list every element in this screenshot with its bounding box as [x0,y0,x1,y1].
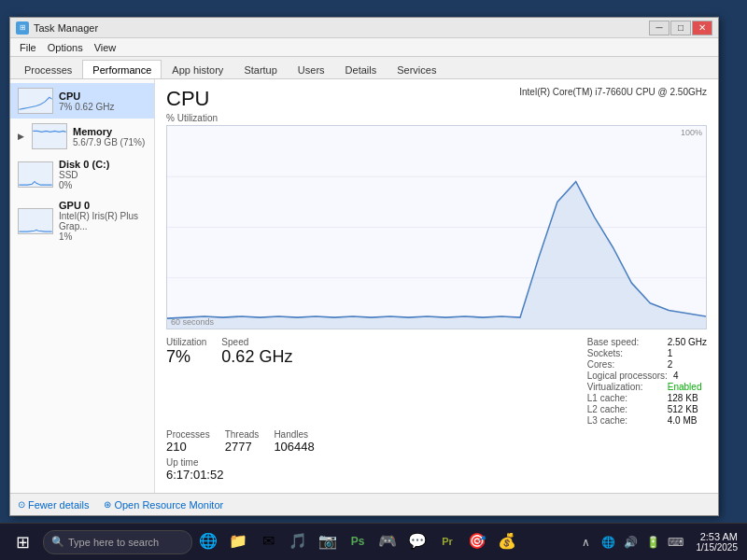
taskbar-up-arrow-icon[interactable]: ∧ [577,533,596,552]
task-manager-window: ⊞ Task Manager ─ □ ✕ File Options View P… [9,17,719,516]
virt-value: Enabled [668,382,702,392]
taskbar-app-5[interactable]: 📷 [314,525,342,559]
processes-value: 210 [166,440,210,454]
threads-stat: Threads 2777 [225,429,260,454]
memory-info: Memory 5.6/7.9 GB (71%) [73,126,145,147]
tab-processes[interactable]: Processes [14,60,82,78]
content-header: CPU Intel(R) Core(TM) i7-7660U CPU @ 2.5… [166,87,707,111]
clock[interactable]: 2:53 AM 1/15/2025 [691,531,744,553]
taskbar-network-icon[interactable]: 🌐 [599,533,618,552]
taskbar-keyboard-icon[interactable]: ⌨ [667,533,685,552]
main-content: CPU 7% 0.62 GHz ▶ Memory 5.6/7.9 GB (71%… [10,79,718,493]
stats-row-3: Up time 6:17:01:52 [166,457,707,482]
fewer-details-icon: ⊙ [18,499,25,510]
close-button[interactable]: ✕ [692,21,712,35]
menu-options[interactable]: Options [42,38,89,56]
taskbar-app-7[interactable]: 🎮 [374,525,402,559]
uptime-stat: Up time 6:17:01:52 [166,457,223,482]
bottom-bar: ⊙ Fewer details ⊛ Open Resource Monitor [10,493,718,515]
sidebar-item-memory[interactable]: ▶ Memory 5.6/7.9 GB (71%) [10,119,154,154]
clock-date: 1/15/2025 [697,542,739,553]
cpu-chart-svg [167,126,706,329]
taskbar-app-10[interactable]: 🎯 [463,525,491,559]
gpu-info: GPU 0 Intel(R) Iris(R) Plus Grap... 1% [59,200,147,242]
util-stat-label: Utilization [166,337,206,347]
threads-value: 2777 [225,440,260,454]
disk-info: Disk 0 (C:) SSD 0% [59,159,109,190]
taskbar-app-3[interactable]: ✉ [254,525,282,559]
fewer-details-link[interactable]: ⊙ Fewer details [18,499,89,511]
virt-row: Virtualization: Enabled [587,382,707,392]
taskbar-app-11[interactable]: 💰 [493,525,521,559]
taskbar-app-9[interactable]: Pr [433,525,461,559]
stats-area: Utilization 7% Speed 0.62 GHz Base speed… [166,337,707,485]
l2-row: L2 cache: 512 KB [587,404,707,414]
l1-row: L1 cache: 128 KB [587,393,707,403]
menu-file[interactable]: File [14,38,42,56]
chart-x-label: 60 seconds [171,317,214,327]
minimize-button[interactable]: ─ [649,21,669,35]
cpu-subtitle: 7% 0.62 GHz [59,102,114,112]
cpu-info: CPU 7% 0.62 GHz [59,91,114,112]
base-speed-row: Base speed: 2.50 GHz [587,337,707,347]
cpu-title: CPU [59,91,114,102]
search-bar[interactable]: 🔍 Type here to search [43,530,192,554]
cores-label: Cores: [587,359,662,370]
detail-group-1: Base speed: 2.50 GHz Sockets: 1 Cores: 2 [587,337,707,426]
l2-value: 512 KB [668,404,698,414]
sockets-value: 1 [668,348,673,358]
fewer-details-label: Fewer details [28,499,89,511]
gpu-subtitle: Intel(R) Iris(R) Plus Grap... [59,211,147,231]
taskbar-battery-icon[interactable]: 🔋 [644,533,663,552]
search-icon: 🔍 [51,536,64,548]
start-button[interactable]: ⊞ [4,525,41,559]
uptime-value: 6:17:01:52 [166,468,223,482]
taskbar-app-6[interactable]: Ps [344,525,372,559]
taskbar-system-icons: ∧ 🌐 🔊 🔋 ⌨ [577,533,689,552]
menu-bar: File Options View [10,38,718,57]
l3-row: L3 cache: 4.0 MB [587,415,707,426]
l1-value: 128 KB [668,393,698,403]
taskbar-app-2[interactable]: 📁 [224,525,252,559]
base-speed-value: 2.50 GHz [668,337,707,347]
speed-stat-label: Speed [221,337,292,347]
desktop: ⊞ Task Manager ─ □ ✕ File Options View P… [0,0,747,560]
memory-title: Memory [73,126,145,137]
title-bar-icon: ⊞ [16,21,29,35]
cpu-content-panel: CPU Intel(R) Core(TM) i7-7660U CPU @ 2.5… [155,79,718,493]
tab-users[interactable]: Users [288,60,335,78]
gpu-title: GPU 0 [59,200,147,211]
taskbar-app-8[interactable]: 💬 [403,525,431,559]
processes-stat: Processes 210 [166,429,210,454]
tab-details[interactable]: Details [335,60,388,78]
tab-app-history[interactable]: App history [162,60,233,78]
maximize-button[interactable]: □ [670,21,691,35]
utilization-stat: Utilization 7% [166,337,206,426]
memory-thumbnail [32,123,67,149]
base-speed-label: Base speed: [587,337,662,347]
taskbar-app-1[interactable]: 🌐 [194,525,222,559]
gpu-thumbnail [18,208,53,234]
svg-marker-3 [167,182,706,329]
menu-view[interactable]: View [89,38,122,56]
title-bar-title: Task Manager [34,22,649,34]
logical-row: Logical processors: 4 [587,371,707,381]
tab-services[interactable]: Services [387,60,446,78]
taskbar-volume-icon[interactable]: 🔊 [622,533,641,552]
handles-stat: Handles 106448 [274,429,314,454]
memory-subtitle: 5.6/7.9 GB (71%) [73,137,145,147]
title-bar-controls: ─ □ ✕ [649,21,712,35]
sidebar-item-cpu[interactable]: CPU 7% 0.62 GHz [10,83,154,119]
l2-label: L2 cache: [587,404,662,414]
tab-performance[interactable]: Performance [82,60,162,78]
tab-startup[interactable]: Startup [233,60,287,78]
sidebar-item-disk[interactable]: Disk 0 (C:) SSD 0% [10,154,154,195]
stats-row-1: Utilization 7% Speed 0.62 GHz Base speed… [166,337,707,426]
taskbar-app-4[interactable]: 🎵 [284,525,312,559]
disk-thumbnail [18,161,53,188]
open-resource-monitor-link[interactable]: ⊛ Open Resource Monitor [104,499,223,511]
sidebar-item-gpu[interactable]: GPU 0 Intel(R) Iris(R) Plus Grap... 1% [10,195,154,246]
cpu-thumbnail [18,88,53,114]
search-placeholder: Type here to search [68,537,159,548]
cores-value: 2 [668,359,673,370]
